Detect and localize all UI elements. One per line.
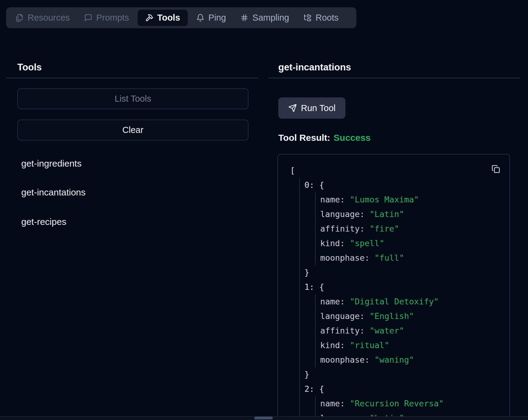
json-key: language: xyxy=(320,311,370,321)
json-line: name: "Recursion Reversa" xyxy=(320,396,509,411)
tool-result-json-viewer: [ 0: {name: "Lumos Maxima"language: "Lat… xyxy=(277,154,510,420)
json-key: name: xyxy=(320,297,350,306)
tool-result-label: Tool Result: xyxy=(278,133,330,143)
tab-sampling[interactable]: Sampling xyxy=(235,10,295,26)
app-window: Resources Prompts Tools Ping Sampling Ro… xyxy=(0,0,528,420)
json-array-items: 0: {name: "Lumos Maxima"language: "Latin… xyxy=(299,178,509,420)
tool-detail-title: get-incantations xyxy=(278,62,351,73)
json-line: affinity: "water" xyxy=(320,323,509,338)
json-line: language: "English" xyxy=(320,309,509,323)
tools-panel-title: Tools xyxy=(17,62,42,73)
tab-label: Resources xyxy=(28,13,70,23)
bell-icon xyxy=(196,14,204,22)
json-object-fields: name: "Lumos Maxima"language: "Latin"aff… xyxy=(315,192,509,265)
json-key: moonphase: xyxy=(320,253,375,262)
clear-button[interactable]: Clear xyxy=(17,120,249,141)
files-icon xyxy=(15,14,24,22)
tab-roots[interactable]: Roots xyxy=(298,10,345,26)
run-tool-label: Run Tool xyxy=(301,103,336,113)
json-line: name: "Digital Detoxify" xyxy=(320,294,509,309)
json-tree: [ 0: {name: "Lumos Maxima"language: "Lat… xyxy=(290,163,509,420)
json-key: affinity: xyxy=(320,326,370,335)
json-value: "English" xyxy=(370,311,414,321)
tab-label: Ping xyxy=(208,13,226,23)
json-key: kind: xyxy=(320,239,350,248)
tab-tools[interactable]: Tools xyxy=(138,10,188,26)
tool-list-item-get-ingredients[interactable]: get-ingredients xyxy=(21,158,81,172)
tab-ping[interactable]: Ping xyxy=(190,10,232,26)
json-key: affinity: xyxy=(320,224,370,233)
json-root-bracket: [ xyxy=(290,163,509,178)
tool-list-item-get-recipes[interactable]: get-recipes xyxy=(21,217,66,230)
json-key: name: xyxy=(320,195,350,204)
hash-icon xyxy=(240,14,249,22)
json-value: "water" xyxy=(370,326,404,335)
json-key: kind: xyxy=(320,340,350,350)
json-line: kind: "ritual" xyxy=(320,338,509,353)
tab-label: Prompts xyxy=(96,13,129,23)
json-line: affinity: "fire" xyxy=(320,222,509,236)
json-value: "ritual" xyxy=(350,340,389,350)
json-value: "Lumos Maxima" xyxy=(350,195,419,204)
tool-detail-divider xyxy=(268,78,520,78)
tab-resources[interactable]: Resources xyxy=(10,10,76,26)
json-value: "Latin" xyxy=(370,209,404,219)
tab-label: Sampling xyxy=(252,13,289,23)
json-line: } xyxy=(304,367,509,382)
json-line: language: "Latin" xyxy=(320,207,509,222)
json-object-fields: name: "Digital Detoxify"language: "Engli… xyxy=(315,294,509,367)
tab-label: Tools xyxy=(157,13,180,23)
json-key: moonphase: xyxy=(320,355,375,364)
json-line: 2: { xyxy=(304,382,509,396)
tab-prompts[interactable]: Prompts xyxy=(78,10,135,26)
horizontal-scrollbar-thumb[interactable] xyxy=(254,417,273,419)
json-line: name: "Lumos Maxima" xyxy=(320,192,509,207)
json-value: "Recursion Reversa" xyxy=(350,399,444,408)
tools-panel-divider xyxy=(6,78,258,78)
run-tool-button[interactable]: Run Tool xyxy=(278,97,345,119)
hammer-icon xyxy=(145,14,153,22)
json-line: 0: { xyxy=(304,178,509,192)
tab-label: Roots xyxy=(316,13,339,23)
json-value: "fire" xyxy=(370,224,399,233)
tab-bar: Resources Prompts Tools Ping Sampling Ro… xyxy=(6,7,356,28)
json-line: } xyxy=(304,265,509,280)
json-line: kind: "spell" xyxy=(320,236,509,251)
json-value: "spell" xyxy=(350,239,385,248)
tool-result-line: Tool Result:Success xyxy=(278,133,371,143)
json-key: name: xyxy=(320,399,350,408)
json-value: "full" xyxy=(375,253,404,262)
message-square-icon xyxy=(84,14,92,22)
folder-tree-icon xyxy=(303,14,312,22)
send-icon xyxy=(288,104,297,112)
tool-list-item-get-incantations[interactable]: get-incantations xyxy=(21,187,86,201)
json-line: moonphase: "waning" xyxy=(320,353,509,367)
tool-result-status: Success xyxy=(334,133,371,143)
json-value: "Digital Detoxify" xyxy=(350,297,439,306)
list-tools-button[interactable]: List Tools xyxy=(17,88,249,109)
json-line: 1: { xyxy=(304,280,509,294)
json-line: moonphase: "full" xyxy=(320,251,509,265)
json-key: language: xyxy=(320,209,370,219)
json-value: "waning" xyxy=(375,355,414,364)
